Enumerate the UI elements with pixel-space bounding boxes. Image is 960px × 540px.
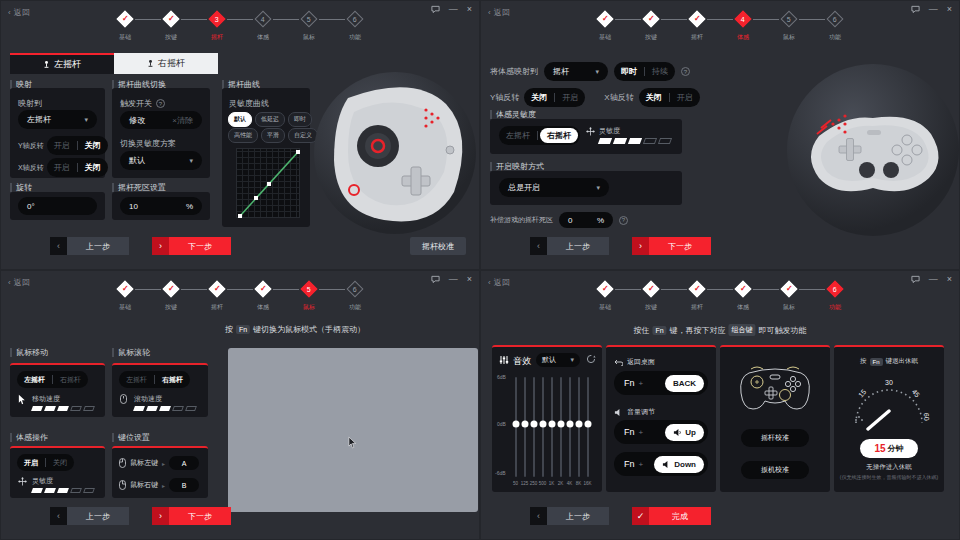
step-stick[interactable]: ✓摇杆 [687,10,707,42]
motion-op-toggle[interactable]: 开启关闭 [17,454,74,471]
curve-preset-performance[interactable]: 高性能 [228,128,258,143]
deadzone-input[interactable]: 10% [120,197,202,215]
eq-slider[interactable] [560,377,562,477]
minimize-button[interactable]: — [449,5,458,14]
prev-chevron[interactable]: ‹ [50,237,67,255]
step-buttons[interactable]: ✓按键 [161,10,181,42]
prev-chevron[interactable]: ‹ [530,507,547,525]
curve-preset-default[interactable]: 默认 [228,112,252,127]
finish-check[interactable]: ✓ [632,507,649,525]
eq-slider[interactable] [587,377,589,477]
step-function[interactable]: 6功能 [825,280,845,312]
trigger-key-input[interactable]: 修改×清除 [120,111,202,129]
stick-calibrate-button[interactable]: 摇杆校准 [410,237,466,255]
minimize-button[interactable]: — [449,275,458,284]
scroll-stick-toggle[interactable]: 左摇杆右摇杆 [119,371,190,388]
close-button[interactable]: × [947,275,952,284]
eq-slider[interactable] [533,377,535,477]
audio-preset-dropdown[interactable]: 默认▾ [536,353,580,367]
close-button[interactable]: × [947,5,952,14]
back-button[interactable]: ‹返回 [488,277,510,288]
reset-icon[interactable] [586,354,596,364]
step-basic[interactable]: ✓基础 [595,10,615,42]
step-mouse[interactable]: 5鼠标 [299,280,319,312]
next-button[interactable]: 下一步 [169,237,231,255]
back-button[interactable]: ‹返回 [8,7,30,18]
curve-preset-custom[interactable]: 自定义 [288,128,318,143]
stick-calibrate-button[interactable]: 摇杆校准 [741,429,809,447]
close-button[interactable]: × [467,5,472,14]
prev-button[interactable]: 上一步 [547,507,609,525]
scheme-dropdown[interactable]: 默认▾ [120,151,202,170]
motion-sensitivity-bars[interactable] [32,488,94,493]
step-mouse[interactable]: 5鼠标 [779,10,799,42]
next-chevron[interactable]: › [632,237,649,255]
prev-button[interactable]: 上一步 [547,237,609,255]
step-function[interactable]: 6功能 [345,280,365,312]
motion-mode-toggle[interactable]: 即时持续 [614,62,675,81]
feedback-icon[interactable] [431,275,440,284]
next-chevron[interactable]: › [152,237,169,255]
sensitivity-stick-toggle[interactable]: 左摇杆右摇杆 [499,126,580,145]
eq-slider[interactable] [578,377,580,477]
y-invert-toggle[interactable]: 开启关闭 [47,136,108,155]
next-button[interactable]: 下一步 [169,507,231,525]
step-stick[interactable]: 3摇杆 [207,10,227,42]
trigger-mode-dropdown[interactable]: 总是开启▾ [499,178,609,197]
step-buttons[interactable]: ✓按键 [161,280,181,312]
feedback-icon[interactable] [911,275,920,284]
curve-preset-smooth[interactable]: 平滑 [261,128,285,143]
x-invert-toggle[interactable]: 开启关闭 [47,158,108,177]
move-speed-bars[interactable] [32,406,94,411]
step-stick[interactable]: ✓摇杆 [207,280,227,312]
next-button[interactable]: 下一步 [649,237,711,255]
sleep-time-pill[interactable]: 15分钟 [860,439,918,458]
tab-left-stick[interactable]: 左摇杆 [10,53,114,74]
deadzone-compensate-input[interactable]: 0% [559,212,613,228]
step-function[interactable]: 6功能 [825,10,845,42]
mouse-test-area[interactable] [228,348,478,512]
tab-right-stick[interactable]: 右摇杆 [114,53,218,74]
step-basic[interactable]: ✓基础 [115,280,135,312]
map-to-dropdown[interactable]: 左摇杆▾ [18,110,97,129]
motion-sensitivity-bars[interactable] [599,138,671,144]
close-button[interactable]: × [467,275,472,284]
step-mouse[interactable]: 5鼠标 [299,10,319,42]
step-basic[interactable]: ✓基础 [595,280,615,312]
step-buttons[interactable]: ✓按键 [641,10,661,42]
scroll-speed-bars[interactable] [134,406,196,411]
step-function[interactable]: 6功能 [345,10,365,42]
trigger-calibrate-button[interactable]: 扳机校准 [741,461,809,479]
x-invert-toggle[interactable]: 关闭开启 [639,88,700,107]
rotation-input[interactable]: 0° [18,197,97,215]
next-chevron[interactable]: › [152,507,169,525]
feedback-icon[interactable] [431,5,440,14]
step-motion[interactable]: ✓体感 [733,280,753,312]
prev-button[interactable]: 上一步 [67,237,129,255]
step-motion[interactable]: 4体感 [253,10,273,42]
prev-button[interactable]: 上一步 [67,507,129,525]
motion-map-dropdown[interactable]: 摇杆▾ [544,62,608,81]
step-basic[interactable]: ✓基础 [115,10,135,42]
back-button[interactable]: ‹返回 [8,277,30,288]
minimize-button[interactable]: — [929,5,938,14]
step-motion[interactable]: ✓体感 [253,280,273,312]
mouse-left-key[interactable]: A [169,456,199,470]
prev-chevron[interactable]: ‹ [50,507,67,525]
y-invert-toggle[interactable]: 关闭开启 [524,88,585,107]
finish-button[interactable]: 完成 [649,507,711,525]
eq-slider[interactable] [542,377,544,477]
eq-slider[interactable] [551,377,553,477]
back-button[interactable]: ‹返回 [488,7,510,18]
feedback-icon[interactable] [911,5,920,14]
step-mouse[interactable]: ✓鼠标 [779,280,799,312]
step-motion[interactable]: 4体感 [733,10,753,42]
eq-slider[interactable] [569,377,571,477]
prev-chevron[interactable]: ‹ [530,237,547,255]
curve-preset-instant[interactable]: 即时 [288,112,312,127]
minimize-button[interactable]: — [929,275,938,284]
curve-preset-delay[interactable]: 低延迟 [255,112,285,127]
eq-slider[interactable] [524,377,526,477]
step-stick[interactable]: ✓摇杆 [687,280,707,312]
step-buttons[interactable]: ✓按键 [641,280,661,312]
